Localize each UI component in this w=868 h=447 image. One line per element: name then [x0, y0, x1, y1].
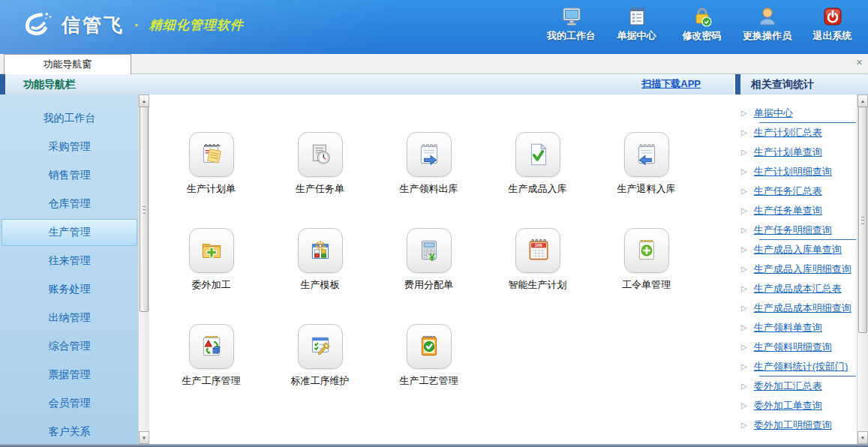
query-item-document-center[interactable]: ▷单据中心	[741, 104, 857, 123]
query-link: 生产成品成本明细查询	[754, 302, 851, 315]
query-item-fg-cost-detail[interactable]: ▷生产成品成本明细查询	[741, 298, 857, 318]
sidebar-scrollbar[interactable]: ▲ ▼	[138, 94, 149, 444]
query-link: 单据中心	[754, 106, 793, 120]
scrollbar-thumb[interactable]	[140, 106, 149, 312]
app-label: 委外加工	[192, 278, 231, 292]
brand-swoosh-icon	[20, 10, 54, 40]
sidebar-item-accounting[interactable]: 账务处理	[0, 275, 139, 304]
sidebar-item-warehouse[interactable]: 仓库管理	[0, 190, 139, 218]
app-material-outbound[interactable]: 生产领料出库	[400, 132, 458, 228]
top-banner: 信管飞 · 精细化管理软件 我的工作台	[0, 0, 868, 54]
query-link: 生产任务汇总表	[754, 184, 822, 198]
production-process-icon	[198, 333, 225, 360]
change-password-button[interactable]: 修改密码	[669, 5, 734, 43]
query-link: 委外加工明细查询	[754, 418, 832, 432]
app-production-plan[interactable]: 生产计划单	[187, 132, 236, 228]
query-link: 生产计划明细查询	[754, 165, 832, 178]
query-link: 生产成品入库明细查询	[754, 262, 851, 276]
app-button	[407, 132, 452, 177]
app-smart-production-plan[interactable]: JAN 智能生产计划	[509, 228, 567, 324]
switch-operator-button[interactable]: 更换操作员	[734, 5, 800, 43]
triangle-right-icon: ▷	[741, 324, 747, 332]
app-production-template[interactable]: 生产模板	[298, 228, 343, 324]
query-panel: ▷单据中心 ▷生产计划汇总表 ▷生产计划单查询 ▷生产计划明细查询 ▷生产任务汇…	[734, 94, 868, 444]
sidebar-item-contacts[interactable]: 往来管理	[0, 247, 139, 275]
exit-system-button[interactable]: 退出系统	[800, 5, 865, 43]
query-item-plan-summary[interactable]: ▷生产计划汇总表	[741, 123, 857, 142]
query-item-material-detail[interactable]: ▷生产领料明细查询	[741, 338, 857, 357]
query-item-plan-detail[interactable]: ▷生产计划明细查询	[741, 162, 857, 182]
sidebar-item-general[interactable]: 综合管理	[0, 332, 139, 361]
query-item-fg-cost-summary[interactable]: ▷生产成品成本汇总表	[741, 279, 857, 298]
app-button	[515, 132, 560, 177]
close-icon[interactable]: ✕	[856, 58, 863, 68]
sidebar-item-customer[interactable]: 客户关系	[0, 418, 139, 444]
download-app-link[interactable]: 扫描下载APP	[641, 74, 701, 94]
app-production-process[interactable]: 生产工序管理	[182, 324, 241, 420]
scroll-down-icon[interactable]: ▼	[857, 431, 868, 444]
app-production-craft[interactable]: 生产工艺管理	[400, 324, 458, 420]
triangle-right-icon: ▷	[741, 207, 747, 214]
app-button: ¥	[407, 228, 452, 273]
lock-check-icon	[691, 5, 713, 28]
app-work-order[interactable]: 工令单管理	[622, 228, 671, 324]
query-item-task-order[interactable]: ▷生产任务单查询	[741, 201, 857, 220]
monitor-icon	[560, 5, 583, 28]
sidebar-item-invoice[interactable]: 票据管理	[0, 361, 139, 389]
header-accent-bar	[0, 74, 5, 94]
app-standard-process[interactable]: 标准工序维护	[291, 324, 350, 420]
svg-text:JAN: JAN	[534, 244, 542, 248]
query-link: 生产任务明细查询	[754, 224, 832, 237]
app-outsourcing[interactable]: 委外加工	[189, 228, 234, 324]
app-finished-goods-inbound[interactable]: 生产成品入库	[509, 132, 567, 228]
user-icon	[756, 5, 779, 28]
query-panel-scrollbar[interactable]: ▲ ▼	[857, 94, 868, 444]
query-item-task-detail[interactable]: ▷生产任务明细查询	[741, 220, 857, 240]
production-craft-icon	[416, 333, 443, 360]
scroll-down-icon[interactable]: ▼	[139, 431, 149, 444]
switch-operator-label: 更换操作员	[743, 29, 791, 43]
triangle-right-icon: ▷	[741, 168, 747, 176]
scrollbar-thumb[interactable]	[858, 106, 867, 333]
query-link: 生产计划汇总表	[754, 126, 822, 140]
document-center-button[interactable]: 单据中心	[604, 5, 669, 43]
query-item-outsourcing-summary[interactable]: ▷委外加工汇总表	[741, 376, 857, 396]
header-accent-bar	[735, 74, 740, 94]
power-icon	[821, 5, 844, 28]
navigation-list: 我的工作台 采购管理 销售管理 仓库管理 生产管理 往来管理 账务处理 出纳管理…	[0, 94, 139, 444]
query-item-fg-inbound-order[interactable]: ▷生产成品入库单查询	[741, 240, 857, 260]
query-item-outsourcing-detail[interactable]: ▷委外加工明细查询	[741, 416, 857, 435]
app-button	[189, 324, 234, 369]
query-item-outsourcing-order[interactable]: ▷委外加工单查询	[741, 396, 857, 416]
query-link: 生产任务单查询	[754, 204, 822, 218]
query-link: 委外加工汇总表	[754, 380, 822, 393]
workbench-button[interactable]: 我的工作台	[539, 5, 604, 43]
material-outbound-icon	[416, 141, 443, 168]
scroll-up-icon[interactable]: ▲	[139, 94, 149, 107]
app-button	[407, 324, 452, 369]
scroll-up-icon[interactable]: ▲	[857, 94, 868, 107]
brand-name: 信管飞	[62, 13, 125, 38]
app-material-return-inbound[interactable]: 生产退料入库	[617, 132, 676, 228]
query-link: 生产成品成本汇总表	[754, 282, 842, 296]
sidebar-item-production[interactable]: 生产管理	[2, 219, 137, 246]
sidebar-item-cashier[interactable]: 出纳管理	[0, 304, 139, 332]
triangle-right-icon: ▷	[741, 110, 747, 117]
app-production-task[interactable]: 生产任务单	[296, 132, 344, 228]
window-bottom-edge	[0, 444, 868, 447]
app-cost-allocation[interactable]: ¥ 费用分配单	[404, 228, 453, 324]
brand-tagline: 精细化管理软件	[149, 16, 244, 34]
sidebar-item-purchase[interactable]: 采购管理	[0, 133, 139, 161]
triangle-right-icon: ▷	[741, 226, 747, 234]
sidebar-item-my-workbench[interactable]: 我的工作台	[0, 104, 139, 133]
app-label: 生产计划单	[187, 182, 236, 196]
query-item-plan-order[interactable]: ▷生产计划单查询	[741, 142, 857, 162]
sidebar-item-sales[interactable]: 销售管理	[0, 161, 139, 190]
sidebar-item-member[interactable]: 会员管理	[0, 389, 139, 418]
query-item-material-order[interactable]: ▷生产领料单查询	[741, 318, 857, 338]
query-item-task-summary[interactable]: ▷生产任务汇总表	[741, 182, 857, 201]
work-order-icon	[633, 237, 660, 264]
tab-function-navigation[interactable]: 功能导航窗	[4, 54, 131, 74]
query-item-fg-inbound-detail[interactable]: ▷生产成品入库明细查询	[741, 260, 857, 279]
query-item-material-stats-by-dept[interactable]: ▷生产领料统计(按部门)	[741, 357, 857, 376]
